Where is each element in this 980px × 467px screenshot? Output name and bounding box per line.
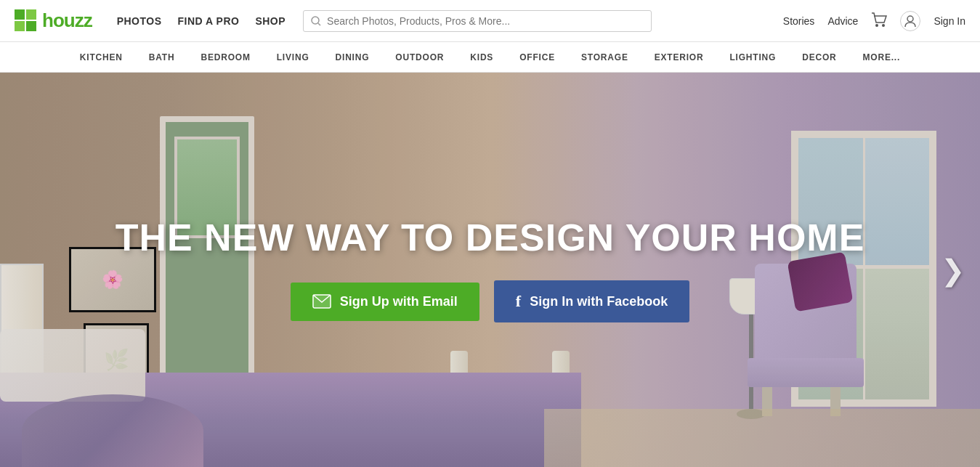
cat-kids[interactable]: KIDS [457,42,506,73]
cat-kitchen[interactable]: KITCHEN [67,42,136,73]
logo-icon [15,9,38,33]
user-avatar-icon[interactable] [900,11,920,31]
svg-line-5 [318,23,320,25]
signup-email-button[interactable]: Sign Up with Email [291,283,479,321]
cart-icon [871,12,887,28]
cat-decor[interactable]: DECOR [789,42,849,73]
hero-next-arrow[interactable]: ❯ [941,253,965,287]
cat-bath[interactable]: BATH [136,42,188,73]
cat-dining[interactable]: DINING [323,42,383,73]
nav-shop[interactable]: SHOP [255,15,286,27]
cat-living[interactable]: LIVING [264,42,323,73]
top-navigation: houzz PHOTOS FIND A PRO SHOP Stories Adv… [0,0,980,42]
nav-find-a-pro[interactable]: FIND A PRO [178,15,240,27]
signin-facebook-label: Sign In with Facebook [530,294,668,309]
svg-point-4 [312,17,319,24]
cat-exterior[interactable]: EXTERIOR [641,42,717,73]
svg-point-6 [875,24,878,27]
person-icon [904,15,917,28]
main-nav-links: PHOTOS FIND A PRO SHOP [117,15,286,28]
cat-outdoor[interactable]: OUTDOOR [382,42,457,73]
svg-rect-2 [15,21,25,31]
cat-bedroom[interactable]: BEDROOM [187,42,263,73]
cat-lighting[interactable]: LIGHTING [716,42,789,73]
sign-in-link[interactable]: Sign In [934,15,965,27]
signin-facebook-button[interactable]: f Sign In with Facebook [494,280,689,322]
facebook-icon: f [516,292,521,311]
search-icon [311,16,321,26]
cart-icon-wrap[interactable] [871,12,887,31]
search-bar [303,10,652,32]
svg-point-7 [882,24,885,27]
hero-title: THE NEW WAY TO DESIGN YOUR HOME [116,217,865,259]
search-input[interactable] [327,15,644,27]
category-navigation: KITCHEN BATH BEDROOM LIVING DINING OUTDO… [0,42,980,73]
cat-storage[interactable]: STORAGE [568,42,641,73]
nav-photos[interactable]: PHOTOS [117,15,162,27]
cat-office[interactable]: OFFICE [506,42,568,73]
svg-point-8 [907,16,913,22]
advice-link[interactable]: Advice [827,15,858,27]
logo[interactable]: houzz [15,9,92,33]
email-icon [312,294,331,309]
hero-content: THE NEW WAY TO DESIGN YOUR HOME Sign Up … [0,73,980,467]
stories-link[interactable]: Stories [783,15,815,27]
email-icon-svg [312,294,331,309]
logo-text: houzz [42,9,92,32]
top-nav-right: Stories Advice Sign In [783,11,965,31]
signup-email-label: Sign Up with Email [340,294,458,309]
cat-more[interactable]: MORE... [850,42,914,73]
hero-section: 🌸 🌿 [0,73,980,467]
svg-rect-0 [15,9,25,20]
hero-buttons: Sign Up with Email f Sign In with Facebo… [291,280,689,322]
svg-rect-3 [26,21,36,31]
svg-rect-1 [26,9,36,20]
